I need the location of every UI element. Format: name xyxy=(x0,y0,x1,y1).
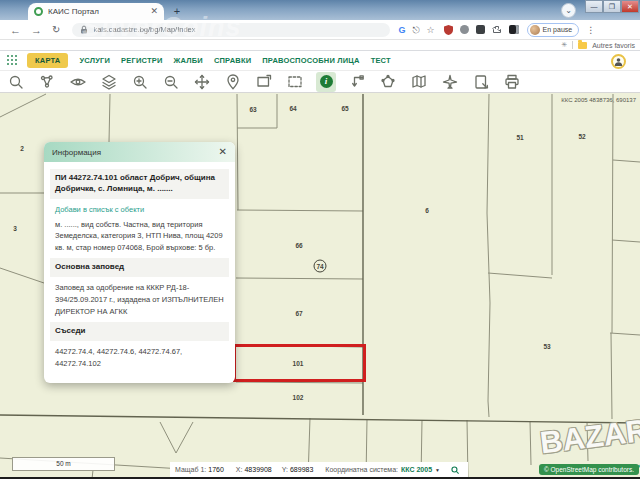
forward-icon[interactable]: → xyxy=(31,24,42,36)
user-profile-icon[interactable] xyxy=(611,54,626,69)
address-bar[interactable]: kais.cadastre.bg/bg/Map/Index xyxy=(72,23,390,37)
tab-title: КАИС Портал xyxy=(48,7,145,16)
tool-search-button[interactable] xyxy=(6,72,26,92)
folder-icon xyxy=(578,42,587,49)
airplane-icon xyxy=(441,73,459,91)
tool-layers-button[interactable] xyxy=(99,72,119,92)
share-icon[interactable]: ⎋ xyxy=(412,25,419,35)
osm-attribution-badge[interactable]: © OpenStreetMap contributors. xyxy=(539,464,639,475)
reload-icon[interactable]: ↻ xyxy=(52,24,60,35)
close-icon[interactable]: ✕ xyxy=(219,147,227,157)
app-navigation-bar: КАРТАУСЛУГИРЕГИСТРИЖАЛБИСПРАВКИПРАВОСПОС… xyxy=(0,51,640,71)
tool-print-button[interactable] xyxy=(502,72,522,92)
neighbors-list: 44272.74.4, 44272.74.6, 44272.74.67, 442… xyxy=(55,346,224,369)
chevron-down-icon: ▼ xyxy=(435,467,440,473)
tool-extent-rect-button[interactable] xyxy=(285,72,305,92)
x-value: 4839908 xyxy=(244,466,271,473)
bookmarks-bar: ✳ Autres favoris xyxy=(0,40,640,51)
tab-close-icon[interactable]: ✕ xyxy=(150,7,158,16)
tool-pan-button[interactable] xyxy=(192,72,212,92)
nav-item-zhalbi[interactable]: ЖАЛБИ xyxy=(174,56,203,65)
parcel-label: 65 xyxy=(341,105,348,112)
nav-item-uslugi[interactable]: УСЛУГИ xyxy=(79,56,110,65)
tool-draw-polygon-button[interactable] xyxy=(378,72,398,92)
tab-search-chevron-icon[interactable]: ⌄ xyxy=(561,3,576,18)
tool-zoom-out-button[interactable] xyxy=(161,72,181,92)
order-text: Заповед за одобрение на КККР РД-18-394/2… xyxy=(55,282,224,317)
extension-icon[interactable] xyxy=(476,25,485,34)
maximize-button[interactable]: ❐ xyxy=(603,0,621,13)
side-panel-icon[interactable] xyxy=(509,25,519,34)
parcel-label: 3 xyxy=(13,225,17,232)
x-label: X: xyxy=(236,466,243,473)
map-sheets-icon xyxy=(410,73,428,91)
parcel-details-text: м. ......, вид собств. Частна, вид терит… xyxy=(55,219,224,254)
parcel-label: 53 xyxy=(543,343,550,350)
url-text: kais.cadastre.bg/bg/Map/Index xyxy=(93,25,195,34)
avatar xyxy=(530,25,540,35)
tool-zoom-rect-button[interactable] xyxy=(254,72,274,92)
tool-zoom-in-button[interactable] xyxy=(130,72,150,92)
cursor-coordinates-readout: ККС 2005 4838736, 690137 xyxy=(561,97,636,103)
shield-extension-icon[interactable] xyxy=(444,25,453,35)
popup-header[interactable]: Информация ✕ xyxy=(44,142,235,162)
google-icon[interactable]: G xyxy=(398,25,405,35)
tool-annotate-button[interactable] xyxy=(471,72,491,92)
tool-airplane-button[interactable] xyxy=(440,72,460,92)
cadastral-region-label: 74 xyxy=(314,260,327,273)
profile-label: En pause xyxy=(543,26,573,33)
add-to-list-link[interactable]: Добави в списък с обекти xyxy=(55,205,224,214)
app-launcher-grid-icon[interactable] xyxy=(7,55,18,66)
browser-menu-icon[interactable]: ⋮ xyxy=(586,25,595,35)
info-popup: Информация ✕ ПИ 44272.74.101 област Добр… xyxy=(44,142,235,383)
minimize-button[interactable]: — xyxy=(585,0,603,13)
scale-label: Мащаб 1: xyxy=(175,466,206,473)
tool-visibility-button[interactable] xyxy=(68,72,88,92)
nav-item-test[interactable]: ТЕСТ xyxy=(371,56,391,65)
other-bookmarks-label[interactable]: Autres favoris xyxy=(592,42,635,49)
back-icon[interactable]: ← xyxy=(10,24,21,36)
scale-value: 1760 xyxy=(208,466,224,473)
pan-icon xyxy=(193,73,211,91)
parcel-label: 2 xyxy=(20,145,24,152)
measure-icon xyxy=(348,73,366,91)
new-tab-button[interactable]: + xyxy=(170,5,184,18)
extension-icon[interactable] xyxy=(460,25,469,34)
nav-item-karta[interactable]: КАРТА xyxy=(27,53,68,68)
parcel-label: 67 xyxy=(295,310,302,317)
close-window-button[interactable]: ✕ xyxy=(621,0,639,13)
bookmark-item-icon[interactable]: ✳ xyxy=(561,41,567,49)
lock-icon xyxy=(80,25,88,34)
extension-icons xyxy=(444,25,519,35)
crs-dropdown[interactable]: ККС 2005 ▼ xyxy=(401,466,440,473)
annotate-icon xyxy=(472,73,490,91)
extensions-puzzle-icon[interactable] xyxy=(492,25,502,35)
tab-favicon-icon xyxy=(34,7,43,16)
omnibox-actions: G ⎋ ☆ xyxy=(398,25,434,35)
map-statusbar: Мащаб 1: 1760 X: 4839908 Y: 689983 Коорд… xyxy=(170,462,468,477)
y-label: Y: xyxy=(282,466,288,473)
parcel-label: 52 xyxy=(578,133,585,140)
popup-body: ПИ 44272.74.101 област Добрич, община До… xyxy=(44,162,235,383)
print-icon xyxy=(503,73,521,91)
coordinate-search-button[interactable] xyxy=(450,465,460,475)
tool-info-button[interactable]: i xyxy=(316,72,336,92)
crs-label: Координатна система: xyxy=(325,466,398,473)
browser-toolbar: ← → ↻ kais.cadastre.bg/bg/Map/Index G ⎋ … xyxy=(0,20,640,40)
tool-measure-button[interactable] xyxy=(347,72,367,92)
map-scalebar: 50 m xyxy=(12,457,115,471)
bookmark-star-icon[interactable]: ☆ xyxy=(427,25,435,35)
map-canvas[interactable]: 236364656667746515253101102 ККС 2005 483… xyxy=(0,93,640,477)
tool-location-pin-button[interactable] xyxy=(223,72,243,92)
browser-tab[interactable]: КАИС Портал ✕ xyxy=(28,3,164,20)
nav-item-spravki[interactable]: СПРАВКИ xyxy=(214,56,251,65)
tool-select-objects-button[interactable] xyxy=(37,72,57,92)
profile-button[interactable]: En pause xyxy=(527,23,580,37)
parcel-label: 6 xyxy=(425,207,429,214)
info-icon: i xyxy=(320,75,333,88)
tool-map-sheets-button[interactable] xyxy=(409,72,429,92)
parcel-label: 64 xyxy=(289,105,296,112)
nav-item-registri[interactable]: РЕГИСТРИ xyxy=(121,56,162,65)
nav-item-pravosposobni-litsa[interactable]: ПРАВОСПОСОБНИ ЛИЦА xyxy=(262,56,359,65)
nav-menu: КАРТАУСЛУГИРЕГИСТРИЖАЛБИСПРАВКИПРАВОСПОС… xyxy=(27,53,391,68)
